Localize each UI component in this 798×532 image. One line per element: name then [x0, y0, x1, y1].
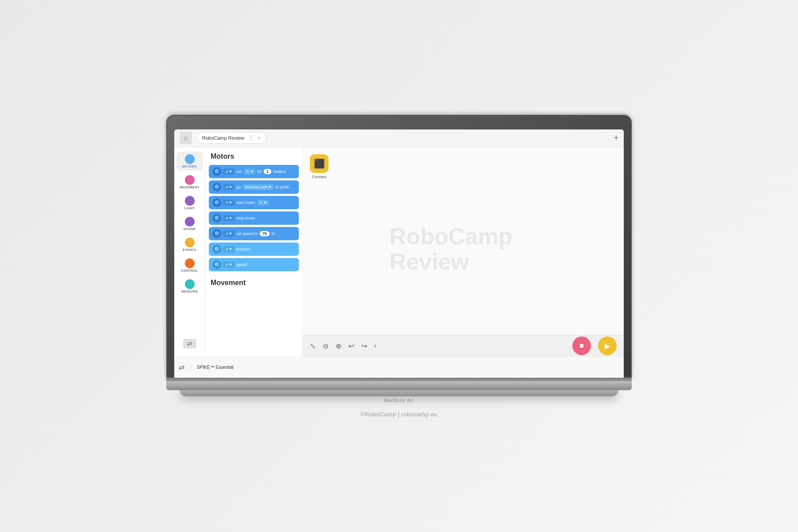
- connect-button-area[interactable]: ⬛ Connect: [310, 154, 329, 179]
- page-wrapper: Programming area of Word Blocks, availab…: [0, 0, 798, 532]
- block-text-go: go: [236, 185, 241, 189]
- laptop-container: Programming area of Word Blocks, availab…: [166, 115, 632, 403]
- block-text-run: run: [236, 169, 242, 174]
- bottom-bar-dots: ⋮: [188, 364, 193, 370]
- tab-close-button[interactable]: ×: [258, 135, 261, 141]
- programming-area: RoboCamp Review ⬛ Connect ⤡ ⊖ ⊕: [303, 147, 624, 356]
- block-dropdown-a3[interactable]: A: [223, 200, 235, 206]
- back-icon[interactable]: ‹: [374, 342, 376, 350]
- block-position[interactable]: ⚙ A position: [209, 243, 299, 256]
- block-speed[interactable]: ⚙ A speed: [209, 258, 299, 271]
- block-gear-7: ⚙: [212, 260, 221, 269]
- sidebar: MOTORS MOVEMENT LIGHT SOUND: [174, 147, 205, 356]
- gear-icon-6: ⚙: [215, 246, 219, 252]
- sidebar-bottom: ⇄: [183, 339, 196, 352]
- connect-label: Connect: [312, 175, 327, 179]
- sidebar-item-control[interactable]: CONTROL: [176, 256, 203, 275]
- light-dot: [185, 196, 195, 206]
- movement-kit-label: SPIKE™ Essential: [197, 365, 234, 370]
- stop-icon: ■: [579, 342, 584, 350]
- connect-circle: ⬛: [310, 154, 329, 173]
- sidebar-label-events: EVENTS: [183, 248, 196, 251]
- block-text-setspeed: set speed to: [236, 231, 258, 236]
- footer-text: ©RoboCamp | robocamp.eu: [360, 411, 437, 418]
- block-text-stop: stop motor: [236, 216, 255, 220]
- sidebar-label-motors: MOTORS: [182, 165, 197, 168]
- sound-dot: [185, 217, 195, 227]
- palette-divider: [209, 275, 299, 275]
- redo-icon[interactable]: ↪: [361, 342, 367, 350]
- block-dropdown-a1[interactable]: A: [223, 168, 235, 175]
- undo-icon[interactable]: ↩: [348, 342, 354, 350]
- sidebar-bottom-icon[interactable]: ⇄: [183, 339, 196, 348]
- block-dropdown-a6[interactable]: A: [223, 246, 235, 252]
- block-set-speed[interactable]: ⚙ A set speed to 75 %: [209, 227, 299, 240]
- play-button[interactable]: ▶: [598, 336, 617, 355]
- block-text-position: position: [236, 247, 250, 251]
- movement-kit-icon: ⇄: [179, 363, 184, 372]
- bg-text-line1: RoboCamp: [390, 224, 512, 249]
- home-icon: ⌂: [184, 134, 188, 141]
- sidebar-label-sensors: SENSORS: [181, 290, 198, 293]
- sidebar-item-movement[interactable]: MOVEMENT: [176, 172, 203, 192]
- block-dropdown-a7[interactable]: A: [223, 262, 235, 268]
- sidebar-item-light[interactable]: LIGHT: [176, 193, 203, 212]
- add-tab-button[interactable]: +: [614, 133, 618, 143]
- block-value-1[interactable]: 1: [264, 169, 271, 174]
- block-dropdown-a4[interactable]: A: [223, 215, 235, 221]
- block-text-rotation: rotation: [273, 169, 286, 174]
- screen-bezel: ⌂ RoboCamp Review ⋮ × + MOTO: [166, 115, 632, 378]
- block-dropdown-shortest[interactable]: shortest path: [243, 184, 274, 190]
- prog-toolbar: ⤡ ⊖ ⊕ ↩ ↪ ‹ ■ ▶: [303, 335, 624, 356]
- block-dropdown-rotate3[interactable]: ↻: [257, 200, 269, 206]
- laptop-hinge: [166, 378, 632, 381]
- fit-icon[interactable]: ⤡: [310, 342, 316, 350]
- block-text-percent: %: [271, 231, 275, 236]
- app-topbar: ⌂ RoboCamp Review ⋮ × +: [174, 129, 624, 147]
- gear-icon-5: ⚙: [215, 231, 219, 236]
- bottom-bar: ⇄ ⋮ SPIKE™ Essential: [174, 356, 624, 378]
- block-dropdown-a5[interactable]: A: [223, 231, 235, 237]
- bg-text: RoboCamp Review: [390, 224, 512, 274]
- movement-title: Movement: [211, 279, 299, 287]
- motors-dot: [185, 154, 195, 164]
- block-gear-4: ⚙: [212, 214, 221, 223]
- sidebar-item-events[interactable]: EVENTS: [176, 235, 203, 254]
- tab-menu-icon[interactable]: ⋮: [248, 134, 254, 141]
- laptop-bottom: [180, 390, 618, 396]
- zoom-out-icon[interactable]: ⊖: [323, 342, 329, 350]
- block-stop-motor[interactable]: ⚙ A stop motor: [209, 211, 299, 225]
- sidebar-item-sound[interactable]: SOUND: [176, 214, 203, 233]
- zoom-in-icon[interactable]: ⊕: [336, 342, 341, 350]
- block-start-motor[interactable]: ⚙ A start motor ↻: [209, 196, 299, 209]
- block-go[interactable]: ⚙ A go shortest path to positi...: [209, 180, 299, 194]
- gear-icon-1: ⚙: [215, 168, 219, 174]
- movement-dot: [185, 175, 195, 185]
- sidebar-label-control: CONTROL: [181, 269, 198, 272]
- sidebar-item-motors[interactable]: MOTORS: [176, 152, 203, 171]
- block-gear-2: ⚙: [212, 183, 221, 192]
- gear-icon-3: ⚙: [215, 200, 219, 205]
- block-dropdown-a2[interactable]: A: [223, 184, 235, 190]
- tab-pill[interactable]: RoboCamp Review ⋮ ×: [196, 132, 266, 144]
- play-icon: ▶: [605, 342, 610, 350]
- gear-icon-7: ⚙: [215, 262, 219, 267]
- sidebar-label-movement: MOVEMENT: [180, 186, 199, 189]
- block-palette: Motors ⚙ A run ↻ for 1 rotation: [205, 147, 303, 356]
- block-dropdown-rotate1[interactable]: ↻: [244, 168, 255, 175]
- gear-icon-2: ⚙: [215, 184, 219, 190]
- sensors-dot: [185, 279, 195, 289]
- camera-dot: [398, 123, 401, 126]
- block-gear-6: ⚙: [212, 245, 221, 254]
- block-text-speed: speed: [236, 262, 247, 267]
- block-text-for: for: [257, 169, 262, 174]
- sidebar-item-sensors[interactable]: SENSORS: [176, 277, 203, 296]
- sidebar-label-sound: SOUND: [184, 227, 196, 231]
- stop-button[interactable]: ■: [572, 336, 591, 355]
- app-content: MOTORS MOVEMENT LIGHT SOUND: [174, 147, 624, 356]
- sidebar-label-light: LIGHT: [184, 207, 195, 210]
- block-run[interactable]: ⚙ A run ↻ for 1 rotation: [209, 165, 299, 178]
- home-button[interactable]: ⌂: [180, 132, 192, 144]
- block-gear-1: ⚙: [212, 167, 221, 176]
- block-value-speed[interactable]: 75: [260, 231, 270, 236]
